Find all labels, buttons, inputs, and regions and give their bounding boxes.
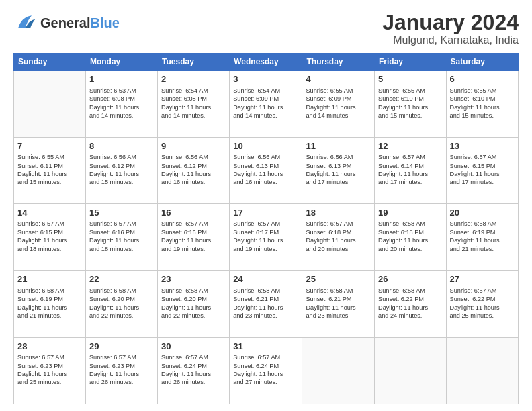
table-row: 15Sunrise: 6:57 AMSunset: 6:16 PMDayligh… <box>85 203 157 270</box>
table-row: 12Sunrise: 6:57 AMSunset: 6:14 PMDayligh… <box>375 137 447 203</box>
table-row <box>446 337 518 404</box>
day-number: 30 <box>161 340 226 353</box>
day-info: Sunrise: 6:58 AMSunset: 6:18 PMDaylight:… <box>378 220 443 253</box>
logo-text-blue: Blue <box>90 15 119 30</box>
table-row: 26Sunrise: 6:58 AMSunset: 6:22 PMDayligh… <box>375 271 447 337</box>
day-number: 10 <box>233 140 298 152</box>
day-number: 18 <box>306 207 371 219</box>
day-info: Sunrise: 6:57 AMSunset: 6:16 PMDaylight:… <box>161 220 226 253</box>
page-header: GeneralBlue January 2024 Mulgund, Karnat… <box>13 11 519 46</box>
day-number: 6 <box>450 73 515 85</box>
day-number: 27 <box>450 273 515 285</box>
title-block: January 2024 Mulgund, Karnataka, India <box>382 11 519 46</box>
day-number: 7 <box>17 140 82 152</box>
day-info: Sunrise: 6:57 AMSunset: 6:23 PMDaylight:… <box>89 353 154 387</box>
day-info: Sunrise: 6:54 AMSunset: 6:08 PMDaylight:… <box>161 87 226 120</box>
table-row: 25Sunrise: 6:58 AMSunset: 6:21 PMDayligh… <box>302 271 375 337</box>
day-info: Sunrise: 6:57 AMSunset: 6:15 PMDaylight:… <box>17 220 82 253</box>
table-row: 21Sunrise: 6:58 AMSunset: 6:19 PMDayligh… <box>14 271 86 337</box>
day-info: Sunrise: 6:58 AMSunset: 6:19 PMDaylight:… <box>450 220 515 253</box>
table-row <box>375 337 447 404</box>
table-row: 10Sunrise: 6:56 AMSunset: 6:13 PMDayligh… <box>230 137 302 203</box>
day-info: Sunrise: 6:55 AMSunset: 6:11 PMDaylight:… <box>17 153 82 187</box>
day-number: 16 <box>161 207 226 219</box>
table-row: 29Sunrise: 6:57 AMSunset: 6:23 PMDayligh… <box>85 337 157 404</box>
day-info: Sunrise: 6:57 AMSunset: 6:23 PMDaylight:… <box>17 353 82 387</box>
calendar-subtitle: Mulgund, Karnataka, India <box>382 34 519 46</box>
calendar-row: 21Sunrise: 6:58 AMSunset: 6:19 PMDayligh… <box>14 271 519 337</box>
day-number: 2 <box>161 73 226 85</box>
logo-text-general: General <box>40 15 90 30</box>
day-info: Sunrise: 6:57 AMSunset: 6:22 PMDaylight:… <box>450 287 515 320</box>
table-row: 7Sunrise: 6:55 AMSunset: 6:11 PMDaylight… <box>14 137 86 203</box>
header-thursday: Thursday <box>302 54 375 71</box>
table-row: 20Sunrise: 6:58 AMSunset: 6:19 PMDayligh… <box>446 203 518 270</box>
header-monday: Monday <box>85 54 157 71</box>
day-number: 26 <box>378 273 443 285</box>
table-row: 3Sunrise: 6:54 AMSunset: 6:09 PMDaylight… <box>230 71 302 137</box>
calendar-row: 1Sunrise: 6:53 AMSunset: 6:08 PMDaylight… <box>14 71 519 137</box>
table-row: 22Sunrise: 6:58 AMSunset: 6:20 PMDayligh… <box>85 271 157 337</box>
day-number: 14 <box>17 207 82 219</box>
day-number: 8 <box>89 140 154 152</box>
table-row <box>302 337 375 404</box>
table-row: 16Sunrise: 6:57 AMSunset: 6:16 PMDayligh… <box>158 203 230 270</box>
calendar-row: 7Sunrise: 6:55 AMSunset: 6:11 PMDaylight… <box>14 137 519 203</box>
day-info: Sunrise: 6:55 AMSunset: 6:09 PMDaylight:… <box>306 87 371 120</box>
header-saturday: Saturday <box>446 54 518 71</box>
day-number: 24 <box>233 273 298 285</box>
table-row: 4Sunrise: 6:55 AMSunset: 6:09 PMDaylight… <box>302 71 375 137</box>
calendar-table: Sunday Monday Tuesday Wednesday Thursday… <box>13 53 519 404</box>
calendar-title: January 2024 <box>382 11 519 34</box>
day-info: Sunrise: 6:55 AMSunset: 6:10 PMDaylight:… <box>450 87 515 120</box>
day-info: Sunrise: 6:56 AMSunset: 6:12 PMDaylight:… <box>89 153 154 187</box>
table-row: 8Sunrise: 6:56 AMSunset: 6:12 PMDaylight… <box>85 137 157 203</box>
table-row: 24Sunrise: 6:58 AMSunset: 6:21 PMDayligh… <box>230 271 302 337</box>
table-row: 1Sunrise: 6:53 AMSunset: 6:08 PMDaylight… <box>85 71 157 137</box>
day-info: Sunrise: 6:55 AMSunset: 6:10 PMDaylight:… <box>378 87 443 120</box>
table-row: 14Sunrise: 6:57 AMSunset: 6:15 PMDayligh… <box>14 203 86 270</box>
day-info: Sunrise: 6:56 AMSunset: 6:12 PMDaylight:… <box>161 153 226 187</box>
day-number: 21 <box>17 273 82 285</box>
table-row: 18Sunrise: 6:57 AMSunset: 6:18 PMDayligh… <box>302 203 375 270</box>
calendar-row: 28Sunrise: 6:57 AMSunset: 6:23 PMDayligh… <box>14 337 519 404</box>
table-row: 5Sunrise: 6:55 AMSunset: 6:10 PMDaylight… <box>375 71 447 137</box>
day-info: Sunrise: 6:57 AMSunset: 6:17 PMDaylight:… <box>233 220 298 253</box>
day-number: 4 <box>306 73 371 85</box>
table-row: 17Sunrise: 6:57 AMSunset: 6:17 PMDayligh… <box>230 203 302 270</box>
day-info: Sunrise: 6:58 AMSunset: 6:20 PMDaylight:… <box>89 287 154 320</box>
table-row: 27Sunrise: 6:57 AMSunset: 6:22 PMDayligh… <box>446 271 518 337</box>
day-info: Sunrise: 6:53 AMSunset: 6:08 PMDaylight:… <box>89 87 154 120</box>
day-number: 23 <box>161 273 226 285</box>
logo: GeneralBlue <box>13 11 120 35</box>
calendar-row: 14Sunrise: 6:57 AMSunset: 6:15 PMDayligh… <box>14 203 519 270</box>
day-number: 11 <box>306 140 371 152</box>
day-number: 29 <box>89 340 154 353</box>
calendar-header-row: Sunday Monday Tuesday Wednesday Thursday… <box>14 54 519 71</box>
header-friday: Friday <box>375 54 447 71</box>
day-info: Sunrise: 6:58 AMSunset: 6:20 PMDaylight:… <box>161 287 226 320</box>
day-number: 17 <box>233 207 298 219</box>
table-row: 9Sunrise: 6:56 AMSunset: 6:12 PMDaylight… <box>158 137 230 203</box>
day-info: Sunrise: 6:56 AMSunset: 6:13 PMDaylight:… <box>233 153 298 187</box>
day-number: 28 <box>17 340 82 353</box>
day-info: Sunrise: 6:57 AMSunset: 6:24 PMDaylight:… <box>161 353 226 387</box>
day-number: 13 <box>450 140 515 152</box>
day-number: 31 <box>233 340 298 353</box>
day-info: Sunrise: 6:57 AMSunset: 6:14 PMDaylight:… <box>378 153 443 187</box>
day-number: 15 <box>89 207 154 219</box>
day-info: Sunrise: 6:58 AMSunset: 6:19 PMDaylight:… <box>17 287 82 320</box>
table-row: 30Sunrise: 6:57 AMSunset: 6:24 PMDayligh… <box>158 337 230 404</box>
table-row <box>14 71 86 137</box>
table-row: 23Sunrise: 6:58 AMSunset: 6:20 PMDayligh… <box>158 271 230 337</box>
table-row: 28Sunrise: 6:57 AMSunset: 6:23 PMDayligh… <box>14 337 86 404</box>
day-number: 22 <box>89 273 154 285</box>
header-sunday: Sunday <box>14 54 86 71</box>
day-number: 12 <box>378 140 443 152</box>
day-number: 5 <box>378 73 443 85</box>
table-row: 19Sunrise: 6:58 AMSunset: 6:18 PMDayligh… <box>375 203 447 270</box>
day-number: 25 <box>306 273 371 285</box>
day-info: Sunrise: 6:57 AMSunset: 6:16 PMDaylight:… <box>89 220 154 253</box>
header-wednesday: Wednesday <box>230 54 302 71</box>
day-number: 9 <box>161 140 226 152</box>
